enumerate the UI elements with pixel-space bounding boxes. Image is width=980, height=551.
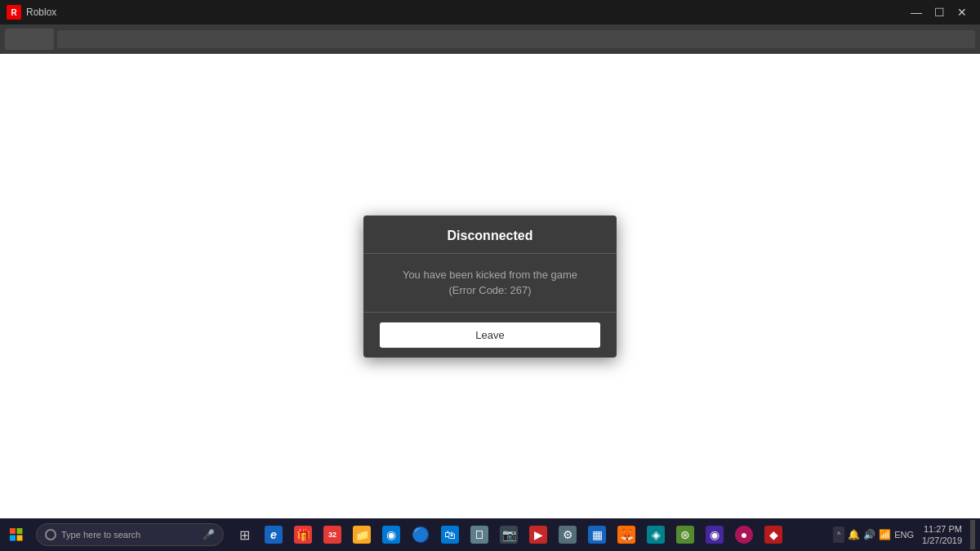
folder-icon[interactable]: 📁 <box>348 521 376 549</box>
navbar <box>0 24 980 54</box>
system-tray: ^ 🔔 🔊 📶 ENG 11:27 PM 1/27/2019 <box>828 520 980 549</box>
titlebar-left: R Roblox <box>7 5 56 20</box>
titlebar: R Roblox — ☐ ✕ <box>0 0 980 24</box>
taskbar-apps: ⊞ e 🎁 32 📁 ◉ 🔵 🛍 🗌 📷 ▶ <box>227 521 828 549</box>
dialog-footer: Leave <box>363 313 617 358</box>
start-button[interactable] <box>0 518 33 551</box>
window-title: Roblox <box>26 7 56 18</box>
svg-rect-0 <box>10 528 16 534</box>
camera-icon[interactable]: 📷 <box>495 521 523 549</box>
gift-app-icon[interactable]: 🎁 <box>289 521 317 549</box>
leave-button[interactable]: Leave <box>380 322 600 348</box>
svg-rect-1 <box>17 528 23 534</box>
edge-browser-icon[interactable]: e <box>260 521 287 549</box>
dialog-header: Disconnected <box>363 216 617 254</box>
store-icon[interactable]: 🛍 <box>436 521 464 549</box>
taskbar: Type here to search 🎤 ⊞ e 🎁 32 📁 ◉ 🔵 🛍 🗌 <box>0 518 980 551</box>
notification-icon: 🔔 <box>848 529 860 540</box>
dialog-title: Disconnected <box>448 229 533 242</box>
search-icon <box>45 529 56 540</box>
browser-icon-2[interactable]: ◉ <box>377 521 405 549</box>
tray-expand-button[interactable]: ^ <box>833 527 844 543</box>
dialog-message-line2: (Error Code: 267) <box>448 284 531 296</box>
window-controls: — ☐ ✕ <box>905 3 973 21</box>
clock-time: 11:27 PM <box>922 523 962 535</box>
red-app-icon[interactable]: ◆ <box>760 521 787 549</box>
pink-app-icon[interactable]: ● <box>730 521 758 549</box>
network-icon[interactable]: 📶 <box>879 529 891 540</box>
disconnect-dialog: Disconnected You have been kicked from t… <box>363 216 617 358</box>
maximize-button[interactable]: ☐ <box>928 3 951 21</box>
lang-label: ENG <box>894 530 914 540</box>
chart-icon[interactable]: ▦ <box>583 521 611 549</box>
microphone-icon: 🎤 <box>203 529 215 540</box>
windows-logo-icon <box>10 528 23 541</box>
search-placeholder-text: Type here to search <box>61 530 140 540</box>
photos-icon[interactable]: 🗌 <box>466 521 493 549</box>
search-bar[interactable]: Type here to search 🎤 <box>36 523 224 546</box>
purple-app-icon[interactable]: ◉ <box>701 521 728 549</box>
task-view-button[interactable]: ⊞ <box>230 521 258 549</box>
settings-icon[interactable]: ⚙ <box>554 521 581 549</box>
svg-rect-2 <box>10 535 16 541</box>
address-bar[interactable] <box>57 30 975 48</box>
number-app-icon[interactable]: 32 <box>318 521 346 549</box>
main-content: Disconnected You have been kicked from t… <box>0 54 980 518</box>
chrome-icon[interactable]: 🔵 <box>407 521 434 549</box>
show-desktop-button[interactable] <box>970 520 975 549</box>
green-app-icon[interactable]: ⊛ <box>671 521 699 549</box>
clock-date: 1/27/2019 <box>922 535 962 546</box>
navbar-logo <box>5 29 54 50</box>
roblox-logo-icon: R <box>7 5 21 20</box>
svg-rect-3 <box>17 535 23 541</box>
clock: 11:27 PM 1/27/2019 <box>917 523 967 547</box>
minimize-button[interactable]: — <box>905 3 928 21</box>
dialog-message-line1: You have been kicked from the game <box>403 269 577 281</box>
volume-icon[interactable]: 🔊 <box>863 529 875 540</box>
dialog-body: You have been kicked from the game (Erro… <box>363 254 617 313</box>
media-icon[interactable]: ▶ <box>524 521 552 549</box>
firefox-icon[interactable]: 🦊 <box>612 521 640 549</box>
teal-app-icon[interactable]: ◈ <box>642 521 670 549</box>
close-button[interactable]: ✕ <box>951 3 973 21</box>
dialog-message: You have been kicked from the game (Erro… <box>380 267 600 299</box>
